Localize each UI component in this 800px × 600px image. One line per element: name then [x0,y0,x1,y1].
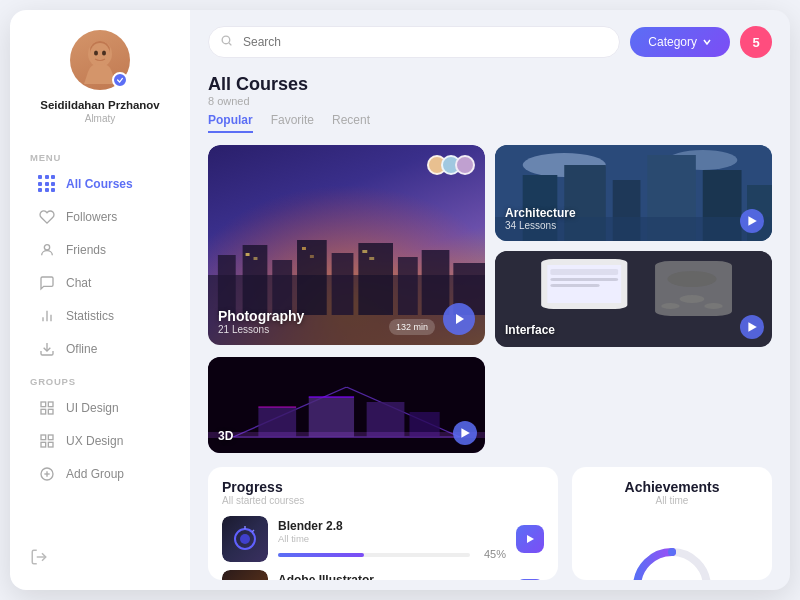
ui-design-icon [38,399,56,417]
course-3d[interactable]: 3D [208,357,485,453]
svg-marker-52 [748,216,756,226]
achievements-subtitle: All time [656,495,689,506]
sidebar-item-chat[interactable]: Chat [18,267,182,299]
courses-title: All Courses [208,74,772,95]
svg-marker-64 [748,322,756,332]
heart-icon [38,208,56,226]
blender-time: All time [278,533,506,544]
svg-marker-81 [527,535,534,543]
courses-tabs: Popular Favorite Recent [208,113,772,133]
topbar: Category 5 [208,26,772,58]
course-interface-play[interactable] [740,315,764,339]
illustrator-name: Adobe Illustrator [278,573,506,581]
course-photography[interactable]: Photography 21 Lessons 132 min [208,145,485,345]
search-input[interactable] [208,26,620,58]
course-interface-title: Interface [505,323,762,337]
grid-icon [38,175,56,193]
avatar [70,30,130,90]
svg-line-23 [229,43,231,45]
sidebar-footer [10,538,190,580]
blender-thumbnail [222,516,268,562]
logout-icon[interactable] [30,552,48,569]
svg-point-78 [240,534,250,544]
verified-badge [112,72,128,88]
sidebar-item-friends[interactable]: Friends [18,234,182,266]
achievement-gauge [622,522,722,580]
tab-favorite[interactable]: Favorite [271,113,314,133]
svg-point-4 [102,51,106,56]
sidebar-menu: All Courses Followers Friends Chat [10,167,190,366]
category-button[interactable]: Category [630,27,730,57]
achievements-title: Achievements [625,479,720,495]
groups-label: GROUPS [10,366,190,391]
svg-rect-15 [48,435,53,440]
svg-marker-41 [456,314,464,324]
course-3d-play[interactable] [453,421,477,445]
course-interface[interactable]: Interface [495,251,772,347]
svg-point-5 [44,245,49,250]
app-container: Seidildahan Przhanov Almaty Menu All Cou… [10,10,790,590]
svg-marker-76 [461,428,469,438]
sidebar-item-all-courses[interactable]: All Courses [18,168,182,200]
download-icon [38,340,56,358]
illustrator-play-button[interactable] [516,579,544,580]
blender-name: Blender 2.8 [278,519,506,533]
bottom-section: Progress All started courses [208,467,772,580]
profile-section: Seidildahan Przhanov Almaty [10,30,190,142]
blender-progress-bar [278,553,470,557]
svg-rect-17 [41,442,46,447]
chat-icon [38,274,56,292]
illustrator-thumbnail [222,570,268,580]
chart-icon [38,307,56,325]
tab-popular[interactable]: Popular [208,113,253,133]
sidebar-item-ux-design[interactable]: UX Design [18,425,182,457]
svg-rect-16 [48,442,53,447]
course-photography-title: Photography [218,308,475,324]
progress-subtitle: All started courses [222,495,544,506]
sidebar-item-ui-design[interactable]: UI Design [18,392,182,424]
course-architecture-play[interactable] [740,209,764,233]
profile-name: Seidildahan Przhanov [40,98,160,113]
course-architecture[interactable]: Architecture 34 Lessons [495,145,772,241]
search-wrap [208,26,620,58]
course-architecture-lessons: 34 Lessons [505,220,762,231]
sidebar-item-statistics[interactable]: Statistics [18,300,182,332]
svg-point-2 [90,43,110,65]
notifications-badge[interactable]: 5 [740,26,772,58]
svg-rect-10 [41,402,46,407]
search-icon [220,34,233,50]
menu-label: Menu [10,142,190,167]
blender-progress-fill [278,553,364,557]
achievements-panel: Achievements All time [572,467,772,580]
course-architecture-title: Architecture [505,206,762,220]
svg-line-80 [252,530,254,532]
main-content: Category 5 All Courses 8 owned Popular F… [190,10,790,590]
plus-circle-icon [38,465,56,483]
tab-recent[interactable]: Recent [332,113,370,133]
svg-point-22 [222,36,230,44]
sidebar-item-ofline[interactable]: Ofline [18,333,182,365]
ux-design-icon [38,432,56,450]
sidebar: Seidildahan Przhanov Almaty Menu All Cou… [10,10,190,590]
sidebar-item-add-group[interactable]: Add Group [18,458,182,490]
blender-percent: 45% [478,548,506,560]
progress-panel: Progress All started courses [208,467,558,580]
courses-owned: 8 owned [208,95,772,107]
svg-rect-14 [41,435,46,440]
progress-item-illustrator: Adobe Illustrator All time 67% [222,570,544,580]
svg-rect-12 [48,409,53,414]
course-avatars [427,155,475,175]
courses-grid: Photography 21 Lessons 132 min [208,145,772,453]
svg-point-3 [94,51,98,56]
person-icon [38,241,56,259]
sidebar-item-followers[interactable]: Followers [18,201,182,233]
courses-section: All Courses 8 owned Popular Favorite Rec… [208,74,772,145]
course-photography-duration: 132 min [389,319,435,335]
sidebar-groups: UI Design UX Design Add Group [10,391,190,491]
course-photography-lessons: 21 Lessons [218,324,475,335]
blender-play-button[interactable] [516,525,544,553]
svg-point-84 [668,548,676,556]
progress-item-blender: Blender 2.8 All time 45% [222,516,544,562]
profile-location: Almaty [85,113,116,124]
course-photography-play[interactable] [443,303,475,335]
